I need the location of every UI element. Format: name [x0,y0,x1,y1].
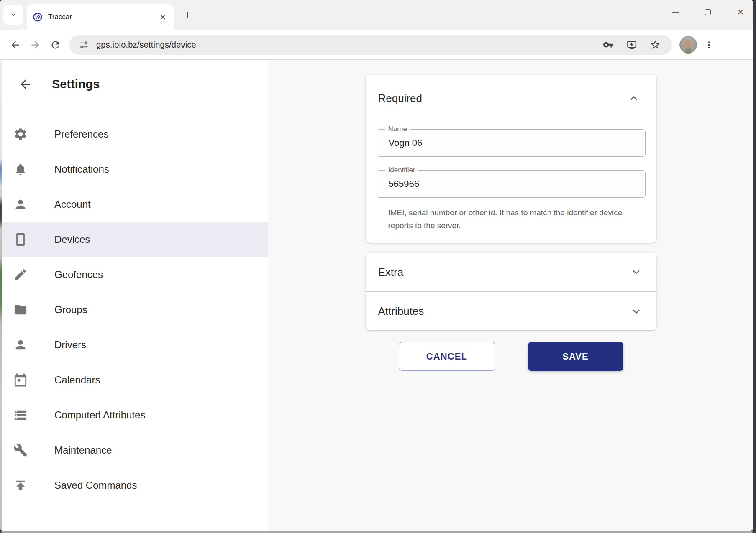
chevron-down-icon [9,10,18,19]
sidebar-item-label: Account [54,199,91,210]
kebab-menu-icon [704,40,714,50]
minimize-icon [672,12,679,13]
site-settings-icon[interactable] [75,36,92,53]
chevron-down-icon [630,305,643,318]
bell-icon [13,162,28,176]
required-section-header[interactable]: Required [366,75,656,105]
sidebar-item-label: Calendars [54,374,100,386]
save-button[interactable]: SAVE [528,342,623,371]
browser-menu-button[interactable] [700,36,718,54]
sidebar-item-drivers[interactable]: Drivers [0,327,268,362]
section-title: Required [378,92,423,105]
cancel-button[interactable]: CANCEL [399,342,495,371]
window-bottom-edge [1,531,753,533]
person-icon [13,197,28,212]
back-arrow-icon [18,77,32,91]
browser-toolbar: gps.ioio.bz/settings/device [0,30,753,60]
maximize-button[interactable] [692,0,724,24]
sidebar-item-computed-attributes[interactable]: Computed Attributes [0,398,268,433]
tab-search-button[interactable] [3,5,23,25]
smartphone-icon [13,232,28,247]
page-title: Settings [52,77,100,91]
chevron-up-icon [627,92,641,105]
attributes-section-header[interactable]: Attributes [366,292,656,330]
sidebar-header: Settings [0,60,268,109]
sidebar-item-preferences[interactable]: Preferences [0,117,268,152]
sidebar-item-devices[interactable]: Devices [0,222,268,257]
sidebar-item-label: Groups [54,304,87,316]
tab-strip: Traccar ✕ + ✕ [0,0,753,30]
sidebar-item-label: Devices [54,234,90,245]
extra-section-header[interactable]: Extra [366,253,656,291]
identifier-field-label: Identifier [385,166,418,174]
sidebar-item-label: Notifications [54,163,109,175]
sidebar-item-geofences[interactable]: Geofences [0,257,268,292]
wrench-icon [13,443,28,457]
tab-title: Traccar [48,13,157,21]
install-app-icon[interactable] [623,36,640,53]
browser-window: Traccar ✕ + ✕ gps.ioio.bz/set [0,0,753,531]
settings-back-button[interactable] [17,76,33,93]
back-button[interactable] [5,35,25,55]
folder-icon [13,303,28,317]
form-actions: CANCEL SAVE [366,342,656,371]
storage-icon [13,408,28,422]
settings-sidebar: Settings Preferences Notifications Accou… [0,60,268,531]
identifier-field-group: Identifier [377,170,646,198]
profile-avatar[interactable] [679,36,697,54]
minimize-button[interactable] [659,0,692,24]
forward-arrow-icon [30,39,41,51]
new-tab-button[interactable]: + [179,6,196,24]
sidebar-item-label: Computed Attributes [54,409,145,421]
gear-icon [13,127,28,141]
name-field-group: Name [377,129,646,157]
sidebar-item-label: Drivers [54,339,86,351]
name-field-label: Name [385,125,410,133]
required-section-card: Required Name Identifier IMEI, serial nu… [366,75,656,243]
name-input[interactable] [377,129,646,157]
url-text: gps.ioio.bz/settings/device [96,40,196,50]
tab-close-button[interactable]: ✕ [157,12,168,23]
sidebar-item-label: Saved Commands [54,479,137,491]
sidebar-item-saved-commands[interactable]: Saved Commands [0,468,268,503]
traccar-favicon-icon [33,12,43,22]
reload-button[interactable] [45,35,65,55]
password-key-icon[interactable] [600,36,617,53]
traccar-settings-page: Settings Preferences Notifications Accou… [0,60,753,531]
calendar-icon [13,373,28,387]
device-edit-main: Required Name Identifier IMEI, serial nu… [268,60,753,531]
pencil-icon [13,268,28,282]
sidebar-item-notifications[interactable]: Notifications [0,152,268,187]
settings-nav: Preferences Notifications Account Device… [0,109,268,503]
sidebar-item-label: Geofences [54,269,103,281]
identifier-helper-text: IMEI, serial number or other id. It has … [388,206,629,232]
back-arrow-icon [10,39,21,51]
reload-icon [50,39,61,51]
sidebar-item-maintenance[interactable]: Maintenance [0,433,268,468]
sidebar-item-label: Maintenance [54,444,112,456]
window-controls: ✕ [659,0,753,24]
browser-tab[interactable]: Traccar ✕ [27,4,174,30]
section-title: Extra [378,266,404,279]
address-bar[interactable]: gps.ioio.bz/settings/device [69,35,672,55]
close-button[interactable]: ✕ [724,0,753,24]
close-icon: ✕ [737,8,744,16]
person-icon [13,338,28,352]
collapse-section-button[interactable] [627,92,641,105]
desktop-edge-sliver [0,60,2,531]
sidebar-item-account[interactable]: Account [0,187,268,222]
chevron-down-icon [630,265,643,279]
sidebar-item-groups[interactable]: Groups [0,292,268,327]
bookmark-star-icon[interactable] [647,36,664,53]
forward-button[interactable] [25,35,45,55]
publish-icon [13,478,28,492]
maximize-icon [705,9,711,15]
sidebar-item-calendars[interactable]: Calendars [0,362,268,398]
sidebar-item-label: Preferences [54,128,108,140]
section-title: Attributes [378,305,424,318]
